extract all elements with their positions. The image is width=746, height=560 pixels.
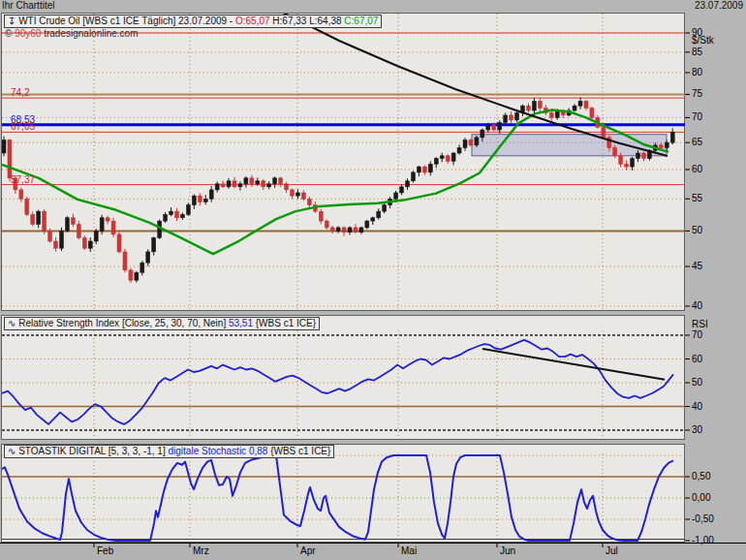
rsi-source: {WBS c1 ICE} [256,318,316,328]
price-plot-layer [2,13,685,311]
stochastic-value: digitale Stochastic 0,88 [169,446,268,456]
rsi-title: Relative Strength Index [Close, 25, 30, … [18,318,226,328]
watermark-user: 90y60 [15,28,41,39]
close-value: C:67,07 [344,16,378,26]
watermark: © 90y60 tradesignalonline.com [5,28,138,39]
stoch-plot-layer [2,453,685,542]
panel-splitter[interactable] [1,311,685,315]
indicator-icon: ∿ [8,446,16,456]
watermark-site: tradesignalonline.com [44,28,138,39]
low-value: L:64,38 [309,16,341,26]
chart-graphics [0,0,746,560]
legend-date: 23.07.2009 - [178,16,233,26]
stochastic-legend[interactable]: ∿ STOASTIK DIGITAL [5, 3, 3, -1, 1] digi… [4,445,334,458]
titlebar-date: 23.07.2009 [695,0,743,11]
page-title: Ihr Charttitel [2,0,54,11]
instrument-icon: ↧ [8,16,16,26]
stochastic-line[interactable] [2,455,673,541]
instrument-legend[interactable]: ↧ WTI Crude Oil [WBS c1 ICE Täglich] 23.… [4,15,382,28]
rsi-line[interactable] [2,340,673,424]
stochastic-title: STOASTIK DIGITAL [5, 3, 3, -1, 1] [18,446,166,456]
indicator-icon: ∿ [8,318,16,328]
rsi-value: 53,51 [229,318,253,328]
copyright-icon: © [5,28,12,39]
rsi-legend[interactable]: ∿ Relative Strength Index [Close, 25, 30… [4,317,320,330]
rsi-plot-layer [2,330,685,439]
panel-splitter[interactable] [1,440,685,444]
title-bar: Ihr Charttitel 23.07.2009 [0,0,746,13]
open-value: O:65,07 [235,16,270,26]
high-value: H:67,33 [272,16,306,26]
rsi-trendline[interactable] [482,349,665,380]
instrument-name: WTI Crude Oil [WBS c1 ICE Täglich] [18,16,175,26]
stochastic-source: {WBS c1 ICE} [270,446,330,456]
